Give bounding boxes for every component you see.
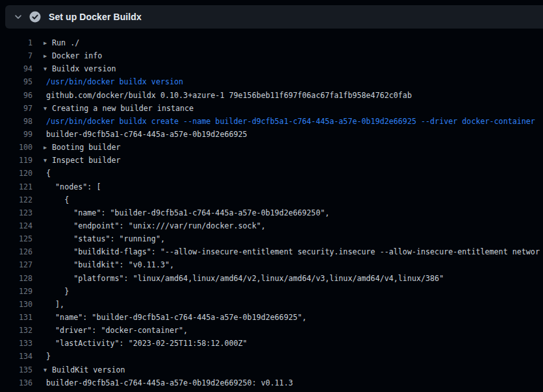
line-body: }	[32, 350, 543, 363]
line-body: "buildkitd-flags": "--allow-insecure-ent…	[32, 245, 543, 258]
disclosure-triangle-icon[interactable]: ▶	[44, 36, 52, 49]
disclosure-triangle-icon[interactable]: ▼	[44, 102, 52, 115]
line-number: 1	[0, 36, 32, 49]
line-body: }	[32, 285, 543, 298]
log-line: 96 github.com/docker/buildx 0.10.3+azure…	[0, 89, 543, 102]
line-text: "buildkit": "v0.11.3",	[46, 260, 174, 269]
line-text: github.com/docker/buildx 0.10.3+azure-1 …	[46, 91, 412, 100]
line-body: builder-d9cfb5a1-c764-445a-a57e-0b19d2e6…	[32, 128, 543, 141]
log-line: 95 /usr/bin/docker buildx version	[0, 75, 543, 88]
line-number: 100	[0, 141, 32, 154]
line-body: /usr/bin/docker buildx create --name bui…	[32, 115, 543, 128]
line-number: 136	[0, 376, 32, 389]
line-number: 96	[0, 89, 32, 102]
line-text: /usr/bin/docker buildx version	[46, 77, 183, 86]
log-line: 133 "lastActivity": "2023-02-25T11:58:12…	[0, 337, 543, 350]
line-text: "endpoint": "unix:///var/run/docker.sock…	[46, 221, 266, 230]
disclosure-triangle-icon[interactable]: ▶	[44, 49, 52, 62]
line-number: 98	[0, 115, 32, 128]
line-number: 99	[0, 128, 32, 141]
line-text: Run ./	[52, 38, 79, 47]
line-body: ],	[32, 298, 543, 311]
log-line: 120 {	[0, 167, 543, 180]
line-number: 125	[0, 232, 32, 245]
line-number: 119	[0, 154, 32, 167]
line-number: 122	[0, 193, 32, 206]
line-body: github.com/docker/buildx 0.10.3+azure-1 …	[32, 89, 543, 102]
line-body: "name": "builder-d9cfb5a1-c764-445a-a57e…	[32, 206, 543, 219]
line-number: 132	[0, 324, 32, 337]
disclosure-triangle-icon[interactable]: ▼	[44, 62, 52, 75]
log-line: 124 "endpoint": "unix:///var/run/docker.…	[0, 219, 543, 232]
disclosure-triangle-icon[interactable]: ▼	[44, 363, 52, 376]
line-text: Booting builder	[52, 143, 121, 152]
log-line: 123 "name": "builder-d9cfb5a1-c764-445a-…	[0, 206, 543, 219]
line-body: "nodes": [	[32, 180, 543, 193]
line-text: "lastActivity": "2023-02-25T11:58:12.000…	[46, 339, 247, 348]
line-text: BuildKit version	[52, 365, 125, 374]
log-area: 1 ▶Run ./ 7 ▶Docker info 94 ▼Buildx vers…	[0, 36, 543, 389]
log-line[interactable]: 135 ▼BuildKit version	[0, 363, 543, 376]
line-number: 135	[0, 363, 32, 376]
line-body: "name": "builder-d9cfb5a1-c764-445a-a57e…	[32, 311, 543, 324]
log-line[interactable]: 1 ▶Run ./	[0, 36, 543, 49]
step-header[interactable]: Set up Docker Buildx	[5, 5, 543, 29]
disclosure-triangle-icon[interactable]: ▶	[44, 141, 52, 154]
line-body: {	[32, 167, 543, 180]
line-body: ▶Booting builder	[32, 141, 543, 154]
log-line[interactable]: 94 ▼Buildx version	[0, 62, 543, 75]
line-number: 127	[0, 258, 32, 271]
line-text: "buildkitd-flags": "--allow-insecure-ent…	[46, 247, 540, 256]
log-line[interactable]: 97 ▼Creating a new builder instance	[0, 102, 543, 115]
line-text: "status": "running",	[46, 234, 165, 243]
line-text: "name": "builder-d9cfb5a1-c764-445a-a57e…	[46, 313, 307, 322]
log-line: 127 "buildkit": "v0.11.3",	[0, 258, 543, 271]
line-number: 94	[0, 62, 32, 75]
line-number: 130	[0, 298, 32, 311]
log-line: 121 "nodes": [	[0, 180, 543, 193]
line-body: ▼Buildx version	[32, 62, 543, 75]
disclosure-triangle-icon[interactable]: ▼	[44, 154, 52, 167]
line-text: Docker info	[52, 51, 102, 60]
line-number: 120	[0, 167, 32, 180]
log-line[interactable]: 7 ▶Docker info	[0, 49, 543, 62]
line-number: 97	[0, 102, 32, 115]
actions-log-viewer: Set up Docker Buildx 1 ▶Run ./ 7 ▶Docker…	[0, 0, 543, 392]
line-body: "platforms": "linux/amd64,linux/amd64/v2…	[32, 272, 543, 285]
log-line[interactable]: 119 ▼Inspect builder	[0, 154, 543, 167]
line-number: 126	[0, 245, 32, 258]
log-line: 122 {	[0, 193, 543, 206]
log-line: 126 "buildkitd-flags": "--allow-insecure…	[0, 245, 543, 258]
line-body: ▼Creating a new builder instance	[32, 102, 543, 115]
line-body: /usr/bin/docker buildx version	[32, 75, 543, 88]
log-line[interactable]: 100 ▶Booting builder	[0, 141, 543, 154]
line-body: "status": "running",	[32, 232, 543, 245]
line-body: ▶Run ./	[32, 36, 543, 49]
chevron-down-icon[interactable]	[13, 12, 23, 22]
log-line: 129 }	[0, 285, 543, 298]
line-number: 123	[0, 206, 32, 219]
log-line: 128 "platforms": "linux/amd64,linux/amd6…	[0, 272, 543, 285]
line-body: "driver": "docker-container",	[32, 324, 543, 337]
line-body: ▶Docker info	[32, 49, 543, 62]
line-number: 131	[0, 311, 32, 324]
line-text: "name": "builder-d9cfb5a1-c764-445a-a57e…	[46, 208, 329, 217]
line-body: ▼Inspect builder	[32, 154, 543, 167]
line-text: Buildx version	[52, 64, 116, 73]
log-line: 130 ],	[0, 298, 543, 311]
line-text: Inspect builder	[52, 156, 121, 165]
line-number: 134	[0, 350, 32, 363]
line-text: Creating a new builder instance	[52, 104, 194, 113]
log-line: 134 }	[0, 350, 543, 363]
line-number: 121	[0, 180, 32, 193]
line-text: {	[46, 169, 51, 178]
line-number: 124	[0, 219, 32, 232]
line-number: 128	[0, 272, 32, 285]
line-text: }	[46, 287, 69, 296]
line-text: }	[46, 352, 51, 361]
log-line: 99 builder-d9cfb5a1-c764-445a-a57e-0b19d…	[0, 128, 543, 141]
line-body: {	[32, 193, 543, 206]
log-line: 98 /usr/bin/docker buildx create --name …	[0, 115, 543, 128]
line-body: "lastActivity": "2023-02-25T11:58:12.000…	[32, 337, 543, 350]
line-text: "driver": "docker-container",	[46, 326, 188, 335]
